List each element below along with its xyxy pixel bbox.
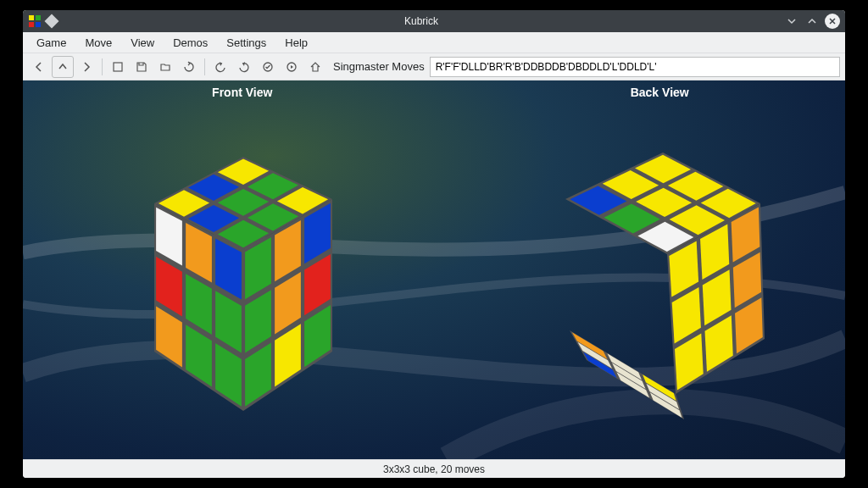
- svg-rect-0: [29, 15, 34, 20]
- close-button[interactable]: [825, 14, 840, 29]
- undo-button[interactable]: [209, 56, 231, 78]
- menu-demos[interactable]: Demos: [164, 33, 216, 53]
- menu-help[interactable]: Help: [276, 33, 316, 53]
- svg-rect-4: [114, 63, 122, 71]
- menu-move[interactable]: Move: [76, 33, 120, 53]
- singmaster-input[interactable]: [430, 57, 840, 77]
- menubar: Game Move View Demos Settings Help: [23, 32, 845, 53]
- menu-game[interactable]: Game: [28, 33, 75, 53]
- new-game-button[interactable]: [107, 56, 129, 78]
- restart-button[interactable]: [178, 56, 200, 78]
- front-cube[interactable]: [108, 140, 379, 430]
- nav-up-button[interactable]: [52, 56, 74, 78]
- toolbar-separator: [102, 58, 103, 75]
- svg-rect-3: [36, 22, 41, 27]
- home-button[interactable]: [304, 56, 326, 78]
- pin-icon[interactable]: [45, 14, 59, 29]
- save-button[interactable]: [131, 56, 153, 78]
- toolbar-separator: [204, 58, 205, 75]
- status-text: 3x3x3 cube, 20 moves: [383, 463, 485, 475]
- toolbar: Singmaster Moves: [23, 53, 845, 80]
- back-cube[interactable]: [527, 140, 798, 430]
- nav-forward-button[interactable]: [75, 56, 97, 78]
- nav-back-button[interactable]: [28, 56, 50, 78]
- redo-button[interactable]: [233, 56, 255, 78]
- app-icon: [28, 14, 42, 28]
- back-view-label: Back View: [631, 86, 689, 99]
- open-button[interactable]: [154, 56, 176, 78]
- minimize-button[interactable]: [784, 14, 799, 29]
- svg-rect-2: [29, 22, 34, 27]
- demo-button[interactable]: [281, 56, 303, 78]
- solve-button[interactable]: [257, 56, 279, 78]
- window: Kubrick Game Move View Demos Settings He…: [23, 10, 845, 478]
- front-view-label: Front View: [212, 86, 272, 99]
- statusbar: 3x3x3 cube, 20 moves: [23, 459, 845, 478]
- menu-view[interactable]: View: [122, 33, 163, 53]
- window-title: Kubrick: [64, 15, 779, 27]
- scene-3d-view[interactable]: Front View Back View: [23, 80, 845, 459]
- titlebar[interactable]: Kubrick: [23, 10, 845, 32]
- singmaster-label: Singmaster Moves: [333, 60, 425, 73]
- svg-rect-1: [36, 15, 41, 20]
- menu-settings[interactable]: Settings: [218, 33, 275, 53]
- maximize-button[interactable]: [804, 14, 820, 29]
